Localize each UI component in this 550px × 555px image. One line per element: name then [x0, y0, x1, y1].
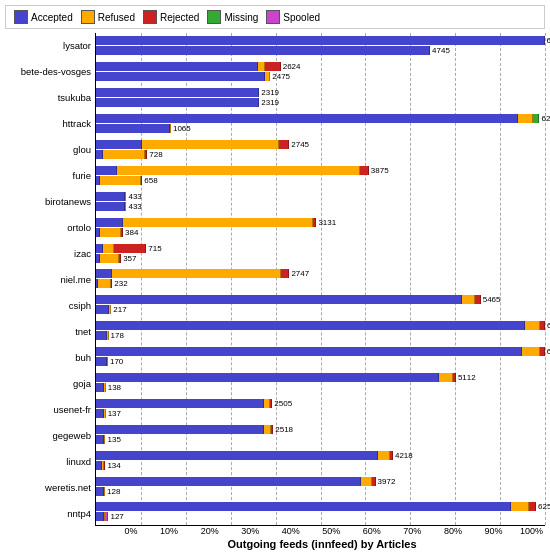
bar-line: 2624 [96, 62, 545, 71]
bar-row: 63714745 [96, 33, 545, 59]
x-tick: 30% [221, 526, 262, 536]
bar-row: 2747232 [96, 266, 545, 292]
bar-wrapper: 2624 [96, 62, 281, 71]
bar-group: 715357 [96, 243, 545, 264]
bar-value-label: 3972 [378, 477, 396, 486]
bar-row: 4218134 [96, 447, 545, 473]
bar-group: 6373170 [96, 346, 545, 367]
bar-segment-accepted [96, 373, 439, 382]
bar-wrapper: 728 [96, 150, 147, 159]
bar-line: 4745 [96, 46, 545, 55]
bar-segment-refused [462, 295, 475, 304]
bar-segment-refused [103, 244, 114, 253]
bar-segment-refused [522, 347, 540, 356]
bar-segment-accepted [96, 383, 104, 392]
bar-value-label: 384 [125, 228, 138, 237]
bar-value-label: 2624 [283, 62, 301, 71]
bar-group: 26242475 [96, 61, 545, 82]
bar-segment-refused [100, 228, 122, 237]
bar-line: 6299 [96, 114, 545, 123]
bar-group: 433433 [96, 191, 545, 212]
bar-line: 2475 [96, 72, 545, 81]
bar-segment-rejected [270, 399, 272, 408]
x-tick: 70% [383, 526, 424, 536]
bar-value-label: 5112 [458, 373, 476, 382]
bar-value-label: 3875 [371, 166, 389, 175]
y-label: httrack [5, 111, 91, 137]
bar-group: 62991065 [96, 113, 545, 134]
bar-line: 127 [96, 512, 545, 521]
bar-line: 2319 [96, 98, 545, 107]
bar-segment-rejected [313, 218, 317, 227]
bar-wrapper: 2518 [96, 425, 273, 434]
bar-segment-accepted [96, 244, 103, 253]
bar-line: 6371 [96, 36, 545, 45]
x-tick: 0% [99, 526, 140, 536]
bar-line: 3972 [96, 477, 545, 486]
bar-row: 23192319 [96, 85, 545, 111]
bar-value-label: 4745 [432, 46, 450, 55]
bar-line: 3131 [96, 218, 545, 227]
bar-value-label: 128 [107, 487, 120, 496]
bar-value-label: 137 [108, 409, 121, 418]
bar-segment-accepted [96, 202, 125, 211]
bar-segment-rejected [279, 140, 289, 149]
bar-segment-accepted [96, 321, 525, 330]
bar-value-label: 6299 [541, 114, 550, 123]
bar-row: 3875658 [96, 162, 545, 188]
bar-value-label: 357 [123, 254, 136, 263]
bar-wrapper: 128 [96, 487, 105, 496]
bar-wrapper: 4218 [96, 451, 393, 460]
bar-segment-rejected [453, 373, 456, 382]
bar-wrapper: 2319 [96, 98, 259, 107]
bar-row: 5112138 [96, 370, 545, 396]
bar-segment-accepted [96, 166, 117, 175]
bar-value-label: 127 [110, 512, 123, 521]
bar-segment-refused [378, 451, 390, 460]
y-label: birotanews [5, 189, 91, 215]
bar-segment-accepted [96, 399, 264, 408]
bar-wrapper: 5465 [96, 295, 481, 304]
bar-segment-accepted [96, 114, 518, 123]
bar-line: 658 [96, 176, 545, 185]
x-tick: 90% [464, 526, 505, 536]
bar-segment-rejected [141, 176, 142, 185]
bar-segment-accepted [96, 88, 259, 97]
bar-line: 5465 [96, 295, 545, 304]
bar-segment-refused [525, 321, 539, 330]
bar-line: 2745 [96, 140, 545, 149]
bar-wrapper: 178 [96, 331, 109, 340]
bar-wrapper: 134 [96, 461, 105, 470]
bar-line: 232 [96, 279, 545, 288]
bar-wrapper: 3875 [96, 166, 369, 175]
y-label: linuxd [5, 448, 91, 474]
bar-row: 2518135 [96, 421, 545, 447]
bar-segment-accepted [96, 502, 511, 511]
bar-wrapper: 2475 [96, 72, 270, 81]
bar-segment-accepted [96, 46, 430, 55]
x-axis-labels: 0%10%20%30%40%50%60%70%80%90%100% [99, 526, 545, 536]
bar-segment-refused [104, 487, 105, 496]
bar-group: 5465217 [96, 294, 545, 315]
legend-box [266, 10, 280, 24]
bar-row: 6378178 [96, 318, 545, 344]
y-label: lysator [5, 33, 91, 59]
bar-segment-accepted [96, 512, 104, 521]
bar-wrapper: 135 [96, 435, 106, 444]
bar-group: 2518135 [96, 424, 545, 445]
bar-group: 6250127 [96, 501, 545, 522]
bar-line: 1065 [96, 124, 545, 133]
bar-segment-accepted [96, 98, 259, 107]
bar-segment-rejected [114, 244, 146, 253]
bar-segment-accepted [96, 347, 522, 356]
bar-group: 3875658 [96, 165, 545, 186]
bar-group: 4218134 [96, 450, 545, 471]
x-tick: 20% [180, 526, 221, 536]
bar-segment-accepted [96, 331, 107, 340]
bar-segment-accepted [96, 295, 462, 304]
bar-segment-rejected [390, 451, 393, 460]
bar-value-label: 6373 [547, 347, 550, 356]
bar-group: 5112138 [96, 372, 545, 393]
legend-box [14, 10, 28, 24]
bar-value-label: 3131 [318, 218, 336, 227]
